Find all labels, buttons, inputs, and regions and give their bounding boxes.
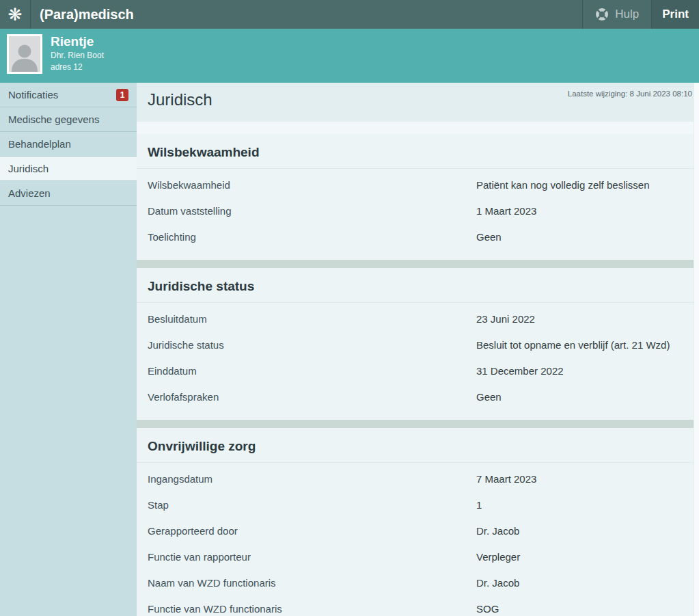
- last-modified: Laatste wijziging: 8 Juni 2023 08:10: [568, 90, 692, 122]
- section-title: Juridische status: [148, 278, 688, 295]
- help-button[interactable]: Hulp: [582, 0, 651, 29]
- section-rows: Ingangsdatum 7 Maart 2023 Stap 1 Gerappo…: [137, 463, 699, 616]
- field-value: 1: [476, 492, 688, 518]
- top-bar: ❋ (Para)medisch Hulp Print: [0, 0, 699, 29]
- field-label: Gerapporteerd door: [148, 518, 476, 544]
- field-value: 23 Juni 2022: [476, 306, 688, 332]
- sidebar-item-adviezen[interactable]: Adviezen: [0, 181, 137, 206]
- field-value: 7 Maart 2023: [476, 466, 688, 492]
- field-value: Verpleger: [476, 544, 688, 570]
- topbar-spacer: [134, 0, 582, 29]
- sidebar-item-label: Behandelplan: [8, 138, 71, 150]
- section-title: Wilsbekwaamheid: [148, 144, 688, 161]
- field-value: Dr. Jacob: [476, 570, 688, 596]
- field-label: Naam van WZD functionaris: [148, 570, 476, 596]
- field-label: Einddatum: [148, 358, 476, 384]
- field-row: Functie van rapporteur Verpleger: [137, 544, 699, 570]
- sidebar-menu: Notificaties 1 Medische gegevens Behande…: [0, 83, 137, 206]
- field-label: Ingangsdatum: [148, 466, 476, 492]
- sidebar-item-label: Medische gegevens: [8, 113, 99, 125]
- field-row: Besluitdatum 23 Juni 2022: [137, 306, 699, 332]
- field-value: SOG: [476, 596, 688, 616]
- field-label: Stap: [148, 492, 476, 518]
- field-label: Wilsbekwaamheid: [148, 172, 476, 198]
- section-rows: Besluitdatum 23 Juni 2022 Juridische sta…: [137, 303, 699, 410]
- field-value: Besluit tot opname en verblijf (art. 21 …: [476, 332, 688, 358]
- sidebar-item-label: Juridisch: [8, 163, 49, 174]
- field-label: Toelichting: [148, 224, 476, 250]
- field-label: Juridische status: [148, 332, 476, 358]
- field-value: 1 Maart 2023: [476, 198, 688, 224]
- patient-address: adres 12: [51, 62, 104, 73]
- field-value: Dr. Jacob: [476, 518, 688, 544]
- patient-info: Rientje Dhr. Rien Boot adres 12: [51, 34, 104, 73]
- print-button[interactable]: Print: [651, 0, 699, 29]
- section-title-row: Juridische status: [137, 268, 699, 303]
- body-layout: Notificaties 1 Medische gegevens Behande…: [0, 83, 699, 616]
- scrollbar[interactable]: [694, 83, 699, 616]
- person-silhouette-icon: [9, 40, 40, 72]
- main-content: Juridisch Laatste wijziging: 8 Juni 2023…: [137, 83, 699, 616]
- field-row: Ingangsdatum 7 Maart 2023: [137, 466, 699, 492]
- notification-badge: 1: [116, 89, 128, 101]
- field-row: Naam van WZD functionaris Dr. Jacob: [137, 570, 699, 596]
- field-row: Juridische status Besluit tot opname en …: [137, 332, 699, 358]
- field-row: Toelichting Geen: [137, 224, 699, 250]
- field-row: Datum vaststelling 1 Maart 2023: [137, 198, 699, 224]
- section-juridische-status: Juridische status Besluitdatum 23 Juni 2…: [137, 268, 699, 420]
- header-gap: [137, 122, 699, 134]
- lifebuoy-help-icon: [595, 8, 609, 21]
- section-rows: Wilsbekwaamheid Patiënt kan nog volledig…: [137, 169, 699, 250]
- section-title: Onvrijwillige zorg: [148, 438, 688, 455]
- section-title-row: Wilsbekwaamheid: [137, 134, 699, 169]
- help-label: Hulp: [615, 8, 639, 21]
- field-row: Verlofafspraken Geen: [137, 384, 699, 410]
- avatar: [7, 34, 42, 74]
- section-divider: [137, 420, 699, 428]
- section-title-row: Onvrijwillige zorg: [137, 428, 699, 463]
- app-title: (Para)medisch: [31, 0, 134, 29]
- field-label: Datum vaststelling: [148, 198, 476, 224]
- field-row: Einddatum 31 December 2022: [137, 358, 699, 384]
- sidebar-item-notificaties[interactable]: Notificaties 1: [0, 83, 137, 107]
- sidebar: Notificaties 1 Medische gegevens Behande…: [0, 83, 137, 616]
- page-header: Juridisch Laatste wijziging: 8 Juni 2023…: [137, 83, 699, 122]
- flower-logo-icon: ❋: [8, 6, 23, 23]
- sidebar-item-behandelplan[interactable]: Behandelplan: [0, 132, 137, 157]
- patient-name: Rientje: [51, 34, 104, 50]
- sidebar-item-label: Notificaties: [8, 89, 58, 101]
- section-wilsbekwaamheid: Wilsbekwaamheid Wilsbekwaamheid Patiënt …: [137, 134, 699, 260]
- field-label: Verlofafspraken: [148, 384, 476, 410]
- sidebar-item-juridisch[interactable]: Juridisch: [0, 157, 137, 181]
- field-value: Patiënt kan nog volledig zelf beslissen: [476, 172, 688, 198]
- print-label: Print: [662, 8, 689, 21]
- field-value: 31 December 2022: [476, 358, 688, 384]
- field-row: Gerapporteerd door Dr. Jacob: [137, 518, 699, 544]
- sections: Wilsbekwaamheid Wilsbekwaamheid Patiënt …: [137, 134, 699, 616]
- patient-full-name: Dhr. Rien Boot: [51, 50, 104, 62]
- section-onvrijwillige-zorg: Onvrijwillige zorg Ingangsdatum 7 Maart …: [137, 428, 699, 616]
- field-row: Functie van WZD functionaris SOG: [137, 596, 699, 616]
- app-logo-button[interactable]: ❋: [0, 0, 31, 29]
- sidebar-item-label: Adviezen: [8, 187, 51, 199]
- page-title: Juridisch: [148, 90, 213, 122]
- field-label: Functie van rapporteur: [148, 544, 476, 570]
- field-row: Wilsbekwaamheid Patiënt kan nog volledig…: [137, 172, 699, 198]
- field-label: Functie van WZD functionaris: [148, 596, 476, 616]
- sidebar-item-medische-gegevens[interactable]: Medische gegevens: [0, 107, 137, 132]
- field-value: Geen: [476, 224, 688, 250]
- section-divider: [137, 260, 699, 268]
- field-value: Geen: [476, 384, 688, 410]
- field-row: Stap 1: [137, 492, 699, 518]
- field-label: Besluitdatum: [148, 306, 476, 332]
- patient-header: Rientje Dhr. Rien Boot adres 12: [0, 29, 699, 83]
